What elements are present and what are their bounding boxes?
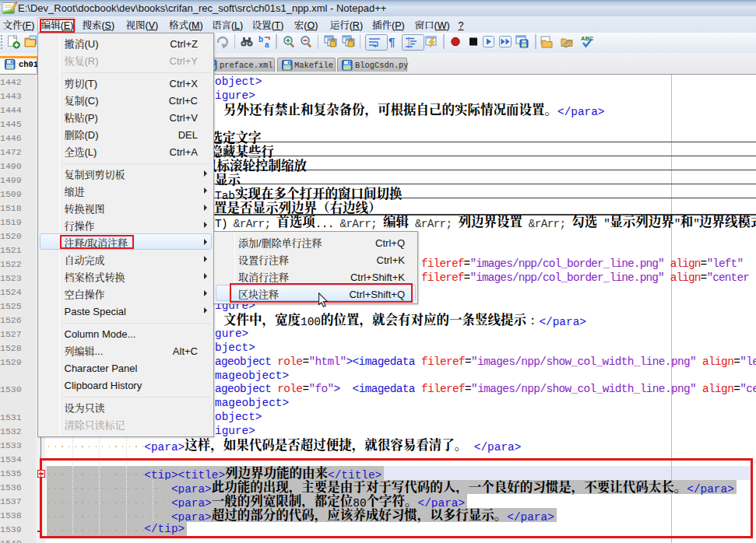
svg-text:b: b bbox=[258, 35, 263, 44]
svg-text:ABC: ABC bbox=[581, 35, 594, 42]
svg-text:a: a bbox=[265, 40, 269, 49]
